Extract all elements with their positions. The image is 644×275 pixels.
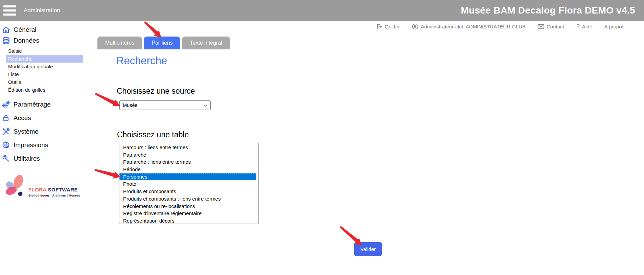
sidebar-item-systeme[interactable]: Système — [0, 125, 83, 138]
sidebar-item-acces[interactable]: Accès — [0, 111, 83, 125]
source-section-label: Choisissez une source — [117, 87, 195, 96]
contact-label: Contact — [547, 24, 564, 29]
flora-software-logo: FLORA SOFTWARE Bibliothèques | Archives … — [3, 173, 83, 201]
sidebar-item-utilitaires[interactable]: Utilitaires — [0, 152, 83, 165]
table-listbox-option[interactable]: Patriarche : liens entre termes — [119, 158, 258, 166]
table-listbox-option[interactable]: Registre d'inventaire réglementaire — [119, 210, 258, 217]
contact-link[interactable]: Contact — [538, 24, 564, 29]
table-listbox-option[interactable]: Représentation-décors — [119, 217, 258, 224]
crossed-tools-icon — [1, 127, 11, 136]
utility-bar: Quitter Administrateur-club ADMINISTRATE… — [376, 23, 624, 30]
home-icon — [1, 25, 11, 35]
sidebar: Général Données Saisie Recherche Modific… — [0, 21, 83, 275]
table-listbox-option[interactable]: Patriarche — [119, 151, 258, 159]
sidebar-subitem[interactable]: Édition de grilles — [6, 86, 83, 94]
sidebar-item-parametrage[interactable]: Paramétrage — [0, 98, 83, 111]
quitter-label: Quitter — [385, 24, 400, 29]
annotation-arrow-personnes — [94, 169, 121, 179]
sidebar-item-label: Utilitaires — [14, 155, 40, 162]
lock-icon — [1, 113, 11, 123]
annotation-arrow-source — [95, 93, 120, 106]
sidebar-item-label: Général — [14, 26, 37, 33]
app-title: Musée BAM Decalog Flora DEMO v4.5 — [461, 5, 635, 16]
sidebar-subitem[interactable]: Modification globale — [6, 63, 83, 70]
table-section-label: Choisissez une table — [117, 130, 189, 139]
sidebar-subitem[interactable]: Recherche — [6, 55, 83, 63]
sidebar-item-label: Impressions — [14, 141, 48, 149]
app-section-label: Administration — [24, 7, 60, 14]
database-icon — [1, 36, 11, 45]
flora-logo-petals-icon — [3, 173, 27, 201]
envelope-icon — [538, 24, 544, 29]
table-listbox-option[interactable]: Photo — [119, 180, 258, 188]
apropos-label: A propos — [604, 24, 624, 29]
user-icon — [412, 23, 418, 30]
sidebar-item-label: Données — [14, 37, 39, 44]
current-user-label: Administrateur-club ADMINISTRATEUR-CLUB — [421, 24, 526, 29]
sidebar-item-label: Système — [14, 128, 39, 135]
table-listbox-option[interactable]: Personnes — [119, 173, 256, 181]
aide-label: Aide — [582, 24, 592, 29]
globe-icon — [1, 140, 11, 150]
hamburger-menu-icon[interactable] — [3, 5, 16, 16]
sidebar-item-label: Paramétrage — [14, 101, 51, 108]
source-select[interactable]: Musée — [119, 100, 211, 110]
table-listbox-option[interactable]: Parcours : liens entre termes — [119, 144, 258, 151]
quitter-link[interactable]: Quitter — [376, 24, 400, 30]
wrench-icon — [1, 154, 11, 163]
gears-icon — [1, 100, 11, 109]
logout-icon — [376, 24, 382, 30]
chevron-down-icon — [204, 104, 207, 107]
tab[interactable]: Multicritères — [97, 37, 142, 49]
sidebar-donnees-submenu: Saisie Recherche Modification globale Li… — [0, 46, 83, 95]
main-content: Quitter Administrateur-club ADMINISTRATE… — [83, 21, 644, 275]
sidebar-subitem[interactable]: Liste — [6, 70, 83, 78]
apropos-link[interactable]: A propos — [604, 24, 624, 29]
tab[interactable]: Par liens — [144, 37, 180, 49]
table-listbox-option[interactable]: Période — [119, 166, 258, 173]
valider-button[interactable]: Valider — [354, 242, 382, 256]
topbar: Administration Musée BAM Decalog Flora D… — [0, 0, 644, 21]
logo-brand-primary: FLORA — [28, 187, 46, 192]
table-listbox: Parcours : liens entre termes Patriarche… — [119, 143, 259, 224]
sidebar-item-label: Accès — [14, 114, 31, 122]
aide-link[interactable]: ? Aide — [576, 23, 592, 30]
search-mode-tabs: Multicritères Par liens Texte intégral — [97, 37, 230, 49]
question-mark-icon: ? — [576, 23, 580, 30]
table-listbox-option[interactable]: Produits et composants : liens entre ter… — [119, 195, 258, 203]
table-listbox-option[interactable]: Produits et composants — [119, 188, 258, 195]
sidebar-item-donnees[interactable]: Données — [0, 35, 83, 46]
page-title: Recherche — [116, 55, 167, 67]
sidebar-item-general[interactable]: Général — [0, 24, 83, 35]
sidebar-subitem[interactable]: Saisie — [6, 47, 83, 55]
source-select-value: Musée — [120, 102, 204, 108]
current-user[interactable]: Administrateur-club ADMINISTRATEUR-CLUB — [412, 23, 526, 30]
sidebar-item-impressions[interactable]: Impressions — [0, 138, 83, 152]
table-listbox-option[interactable]: Récolements ou re-localisations — [119, 203, 258, 210]
tab[interactable]: Texte intégral — [182, 37, 230, 49]
logo-brand-secondary: SOFTWARE — [48, 187, 78, 192]
logo-tagline: Bibliothèques | Archives | Musées — [28, 193, 80, 197]
annotation-arrow-par-liens — [144, 21, 161, 38]
sidebar-subitem[interactable]: Outils — [6, 78, 83, 86]
